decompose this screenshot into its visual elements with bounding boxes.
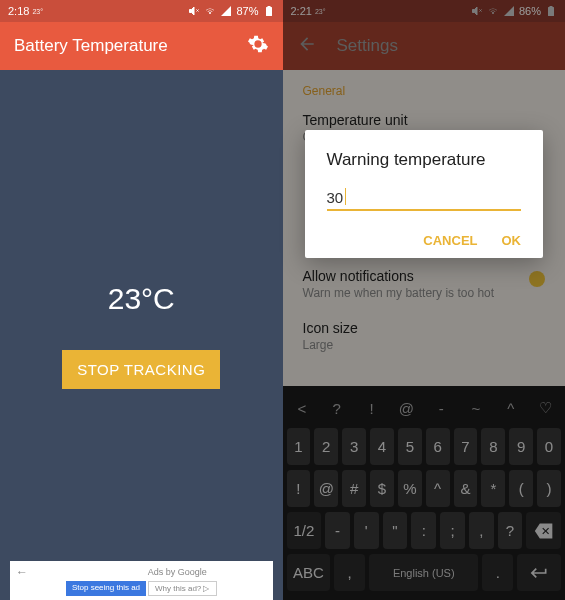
ad-back-icon[interactable]: ← — [16, 565, 28, 579]
status-time: 2:18 — [8, 5, 29, 17]
cancel-button[interactable]: CANCEL — [423, 233, 477, 248]
battery-percent: 87% — [236, 5, 258, 17]
phone-left: 2:18 23° 87% Battery Temperature 23°C ST… — [0, 0, 283, 600]
ad-banner: ← Ads by Google Stop seeing this ad Why … — [10, 561, 273, 600]
status-temp: 23° — [32, 8, 43, 15]
settings-button[interactable] — [247, 33, 269, 59]
temperature-display: 23°C — [108, 282, 175, 316]
ok-button[interactable]: OK — [502, 233, 522, 248]
app-bar: Battery Temperature — [0, 22, 283, 70]
app-title: Battery Temperature — [14, 36, 168, 56]
phone-right: 2:21 23° 86% Settings General Temperatur… — [283, 0, 566, 600]
dialog-title: Warning temperature — [327, 150, 522, 170]
wifi-icon — [204, 5, 216, 17]
ad-why-button[interactable]: Why this ad? ▷ — [148, 581, 216, 596]
svg-rect-0 — [266, 7, 272, 16]
ad-stop-button[interactable]: Stop seeing this ad — [66, 581, 146, 596]
warning-temp-input[interactable] — [327, 186, 522, 211]
modal-overlay[interactable] — [283, 0, 566, 600]
ad-title: Ads by Google — [148, 567, 207, 577]
battery-icon — [263, 5, 275, 17]
warning-temp-dialog: Warning temperature CANCEL OK — [305, 130, 544, 258]
text-cursor — [345, 188, 346, 205]
status-bar: 2:18 23° 87% — [0, 0, 283, 22]
gear-icon — [247, 33, 269, 55]
signal-icon — [220, 5, 232, 17]
status-icons: 87% — [188, 5, 274, 17]
stop-tracking-button[interactable]: STOP TRACKING — [62, 350, 220, 389]
main-content: 23°C STOP TRACKING — [0, 70, 283, 600]
svg-rect-1 — [267, 6, 270, 7]
mute-icon — [188, 5, 200, 17]
